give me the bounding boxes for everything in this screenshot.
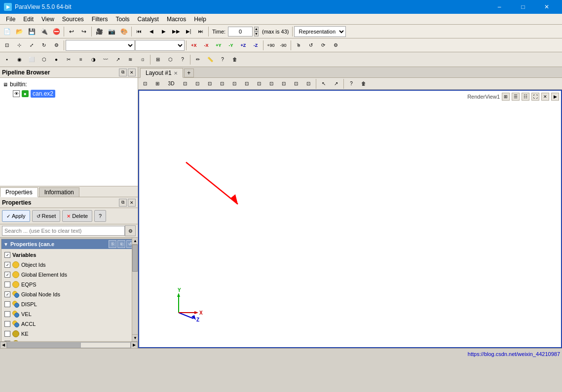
- delete-property-button[interactable]: ✕ Delete: [62, 210, 92, 222]
- vt-btn-9[interactable]: ⊡: [253, 78, 265, 90]
- camera-link-button[interactable]: 🎥: [93, 26, 105, 37]
- rv-maximize-button[interactable]: ⛶: [531, 93, 539, 101]
- menu-file[interactable]: File: [2, 15, 19, 24]
- block-button[interactable]: ▪: [1, 54, 13, 66]
- y-plus-button[interactable]: +Y: [213, 39, 225, 51]
- var-checkbox-globalelementids[interactable]: ✓: [4, 272, 10, 278]
- disconnect-button[interactable]: ⛔: [50, 26, 62, 37]
- var-checkbox-globalnodeids[interactable]: ✓: [4, 291, 10, 297]
- var-checkbox-vel[interactable]: [4, 311, 10, 317]
- menu-macros[interactable]: Macros: [163, 15, 190, 24]
- multiblock-button[interactable]: ◉: [13, 54, 25, 66]
- cylinder-button[interactable]: ⬡: [38, 54, 50, 66]
- vt-btn-7[interactable]: ⊡: [228, 78, 240, 90]
- representation-dropdown[interactable]: Representation: [294, 26, 346, 37]
- vt-arrow-1[interactable]: ↖: [318, 78, 330, 90]
- ruler-button[interactable]: 📏: [204, 54, 216, 66]
- vt-arrow-2[interactable]: ↗: [330, 78, 342, 90]
- menu-view[interactable]: View: [37, 15, 58, 24]
- time-down-button[interactable]: ▼: [254, 32, 259, 36]
- box-button[interactable]: ⬜: [26, 54, 37, 66]
- vt-btn-13[interactable]: ⊡: [302, 78, 314, 90]
- clip-button[interactable]: ✂: [63, 54, 75, 66]
- save-data-button[interactable]: 💾: [26, 26, 37, 37]
- rv-close-button[interactable]: ✕: [541, 93, 549, 101]
- vt-btn-5[interactable]: ⊡: [204, 78, 216, 90]
- close-button[interactable]: ✕: [535, 0, 558, 14]
- 3d-button[interactable]: 3D: [164, 78, 179, 90]
- vt-help-button[interactable]: ?: [345, 78, 357, 90]
- section-collapse-icon[interactable]: ▼: [3, 242, 8, 247]
- vt-btn-8[interactable]: ⊡: [241, 78, 253, 90]
- pick-button[interactable]: ⊹: [13, 39, 25, 51]
- vt-btn-2[interactable]: ⊞: [151, 78, 163, 90]
- annotate-button[interactable]: ✏: [192, 54, 204, 66]
- play-mode-button[interactable]: ▶▶: [170, 26, 182, 37]
- properties-float-button[interactable]: ⧉: [119, 199, 127, 207]
- var-checkbox-ke[interactable]: [4, 331, 10, 337]
- play-button[interactable]: ▶: [158, 26, 170, 37]
- settings-button[interactable]: ⚙: [330, 39, 341, 51]
- scroll-thumb[interactable]: [132, 245, 138, 272]
- menu-help[interactable]: Help: [190, 15, 210, 24]
- vt-btn-1[interactable]: ⊡: [139, 78, 151, 90]
- vt-btn-6[interactable]: ⊡: [216, 78, 228, 90]
- z-minus-button[interactable]: -Z: [250, 39, 262, 51]
- rv-expand-button[interactable]: ▶: [551, 93, 559, 101]
- menu-filters[interactable]: Filters: [88, 15, 112, 24]
- vt-btn-10[interactable]: ⊡: [265, 78, 277, 90]
- move-button[interactable]: ⤢: [26, 39, 37, 51]
- rv-layout-button[interactable]: ⊞: [502, 93, 510, 101]
- query-button[interactable]: ?: [177, 54, 188, 66]
- x-minus-button[interactable]: -X: [200, 39, 212, 51]
- tab-properties[interactable]: Properties: [0, 187, 38, 197]
- z-plus-button[interactable]: +Z: [237, 39, 249, 51]
- select-rect-button[interactable]: ⊞: [152, 54, 164, 66]
- apply-button[interactable]: ✓ Apply: [2, 210, 30, 222]
- rot-plus90-button[interactable]: +90: [265, 39, 277, 51]
- menu-tools[interactable]: Tools: [112, 15, 134, 24]
- reset-button[interactable]: ↺ Reset: [32, 210, 61, 222]
- array-dropdown[interactable]: [66, 40, 135, 51]
- scroll-down-arrow[interactable]: ▼: [132, 334, 138, 341]
- section-paste-button[interactable]: ⎗: [117, 240, 125, 248]
- help-property-button[interactable]: ?: [94, 210, 106, 222]
- menu-edit[interactable]: Edit: [19, 15, 37, 24]
- var-checkbox-displ[interactable]: [4, 301, 10, 307]
- y-minus-button[interactable]: -Y: [225, 39, 237, 51]
- rv-split-h-button[interactable]: ☰: [512, 93, 520, 101]
- vt-delete-button[interactable]: 🗑: [358, 78, 370, 90]
- render-view[interactable]: RenderView1 ⊞ ☰ ☷ ⛶ ✕ ▶ Y Z: [138, 90, 562, 348]
- color-button[interactable]: 🎨: [118, 26, 130, 37]
- next-frame-button[interactable]: ▶|: [183, 26, 194, 37]
- time-input[interactable]: [228, 27, 253, 36]
- redo-button[interactable]: ↪: [78, 26, 90, 37]
- hscroll-thumb[interactable]: [7, 343, 81, 348]
- hscroll-left-arrow[interactable]: ◀: [0, 342, 7, 349]
- variables-select-all[interactable]: ✓: [4, 252, 10, 258]
- section-copy-button[interactable]: ⎘: [109, 240, 116, 248]
- new-button[interactable]: 📄: [1, 26, 13, 37]
- refresh-button[interactable]: ↺: [305, 39, 317, 51]
- connect-button[interactable]: 🔌: [38, 26, 50, 37]
- help2-button[interactable]: ?: [217, 54, 228, 66]
- vt-btn-12[interactable]: ⊡: [290, 78, 302, 90]
- stream-button[interactable]: ≋: [124, 54, 136, 66]
- threshold-button[interactable]: ◑: [87, 54, 99, 66]
- last-frame-button[interactable]: ⏭: [195, 26, 207, 37]
- screenshot-button[interactable]: 📷: [106, 26, 117, 37]
- pipeline-item-canex2[interactable]: can.ex2: [31, 90, 55, 98]
- vt-btn-4[interactable]: ⊡: [191, 78, 203, 90]
- var-checkbox-objectids[interactable]: ✓: [4, 262, 10, 268]
- properties-scrollbar[interactable]: ▲ ▼: [132, 238, 138, 341]
- transform-button[interactable]: ⚙: [50, 39, 62, 51]
- layout-tab-add[interactable]: +: [184, 69, 194, 77]
- select-poly-button[interactable]: ⬡: [164, 54, 176, 66]
- sphere-button[interactable]: ●: [50, 54, 62, 66]
- vt-btn-3[interactable]: ⊡: [179, 78, 191, 90]
- contour-button[interactable]: 〰: [100, 54, 112, 66]
- component-dropdown[interactable]: [135, 40, 185, 51]
- pipeline-float-button[interactable]: ⧉: [119, 69, 127, 76]
- delete-btn[interactable]: 🗑: [229, 54, 241, 66]
- x-plus-button[interactable]: +X: [188, 39, 200, 51]
